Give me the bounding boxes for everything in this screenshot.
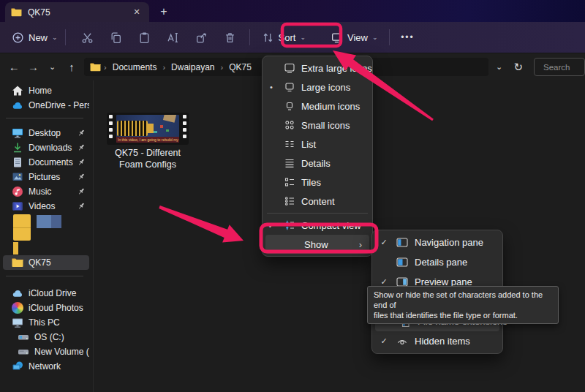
crumb-qk75[interactable]: QK75 (226, 61, 254, 74)
forward-button[interactable]: → (23, 57, 42, 78)
sidebar-item-downloads[interactable]: Downloads (3, 140, 89, 154)
sidebar-item-desktop[interactable]: Desktop (3, 126, 89, 140)
rename-button[interactable] (160, 26, 186, 49)
menu-item-show[interactable]: Show › (265, 235, 369, 254)
submenu-item-navigation-pane[interactable]: ✓ Navigation pane (372, 233, 502, 252)
paste-icon (138, 31, 151, 44)
command-toolbar: New ⌄ Sort ⌄ View ⌄ ••• (0, 22, 585, 53)
sidebar-item-icloud-drive[interactable]: iCloud Drive (3, 286, 89, 300)
chevron-down-icon: ⌄ (52, 34, 58, 41)
menu-item-medium-icons[interactable]: Medium icons (263, 97, 372, 116)
menu-item-tiles[interactable]: Tiles (263, 173, 372, 192)
icloud-drive-icon (12, 287, 23, 299)
menu-separator (267, 213, 368, 214)
search-input[interactable] (534, 58, 585, 76)
sidebar-item-documents[interactable]: Documents (3, 155, 89, 169)
video-caption: In this video, I am going to rebuild my (116, 137, 179, 143)
details-icon (284, 157, 295, 169)
menu-item-compact-view[interactable]: ✓ Compact view (263, 216, 372, 235)
desk-item (166, 129, 169, 132)
yellow-object (148, 124, 154, 133)
menu-item-content[interactable]: Content (263, 192, 372, 211)
new-button[interactable]: New ⌄ (7, 26, 62, 49)
menu-item-extra-large-icons[interactable]: Extra large icons (263, 59, 372, 78)
toolbar-divider (389, 29, 390, 45)
view-button[interactable]: View ⌄ (326, 26, 382, 49)
pin-icon[interactable] (76, 186, 86, 197)
toolbar-divider (249, 29, 250, 45)
desktop-icon (12, 127, 23, 139)
desk-item (160, 125, 163, 128)
sort-arrows-icon (262, 31, 274, 44)
network-icon (12, 361, 23, 372)
pin-icon[interactable] (76, 172, 86, 182)
sidebar-item-music[interactable]: Music (3, 184, 89, 198)
crumb-dwaipayan[interactable]: Dwaipayan (168, 61, 217, 74)
chevron-down-icon: ⌄ (300, 34, 306, 41)
explorer-tab[interactable]: QK75 ✕ (5, 2, 149, 22)
folder-sliver (13, 242, 18, 255)
pin-icon[interactable] (76, 143, 86, 153)
sidebar-divider (6, 118, 83, 118)
see-more-button[interactable]: ••• (394, 26, 420, 49)
tan-object (163, 115, 176, 123)
new-button-label: New (29, 32, 48, 43)
tooltip-line2: files that identifies the file type or f… (374, 310, 552, 320)
pin-icon[interactable] (76, 128, 86, 138)
extra-large-icons-icon (284, 62, 295, 74)
toolbar-divider (65, 29, 66, 45)
sidebar-item-new-volume[interactable]: New Volume (D:) (3, 344, 89, 358)
image-thumbnail (37, 215, 61, 228)
music-icon (12, 186, 23, 197)
tab-close-button[interactable]: ✕ (130, 6, 143, 19)
copy-icon (110, 31, 122, 44)
os-drive-icon (18, 331, 29, 343)
onedrive-cloud-icon (12, 99, 23, 111)
sidebar-item-home[interactable]: Home (3, 83, 89, 97)
view-menu: Extra large icons • Large icons Medium i… (262, 56, 373, 257)
pin-icon[interactable] (76, 201, 86, 211)
check-indicator: ✓ (375, 336, 393, 346)
menu-item-large-icons[interactable]: • Large icons (263, 78, 372, 97)
submenu-item-hidden-items[interactable]: ✓ Hidden items (372, 331, 502, 351)
sidebar-item-pictures[interactable]: Pictures (3, 170, 89, 184)
crumb-separator: › (101, 63, 110, 72)
up-button[interactable]: ↑ (62, 57, 81, 78)
check-indicator: ✓ (375, 238, 393, 247)
menu-item-small-icons[interactable]: Small icons (263, 116, 372, 135)
sidebar-item-onedrive[interactable]: OneDrive - Personal (3, 98, 89, 112)
sidebar-item-this-pc[interactable]: This PC (3, 315, 89, 329)
tiles-icon (284, 176, 295, 188)
sidebar-item-videos[interactable]: Videos (3, 199, 89, 213)
crumb-documents[interactable]: Documents (110, 61, 160, 74)
copy-button[interactable] (103, 26, 129, 49)
cut-button[interactable] (75, 26, 101, 49)
view-icon (331, 31, 343, 44)
film-strip-thumbnail: In this video, I am going to rebuild my (107, 113, 189, 145)
menu-item-details[interactable]: Details (263, 154, 372, 173)
submenu-item-details-pane[interactable]: Details pane (372, 252, 502, 272)
paste-button[interactable] (132, 26, 158, 49)
refresh-button[interactable]: ↻ (509, 57, 528, 78)
pane-divider (93, 80, 94, 392)
more-dots-icon: ••• (401, 32, 415, 42)
sidebar-item-network[interactable]: Network (3, 359, 89, 373)
back-button[interactable]: ← (4, 57, 23, 78)
pin-icon[interactable] (76, 157, 86, 167)
recent-locations-button[interactable]: ⌄ (43, 57, 62, 78)
videos-icon (12, 200, 23, 212)
sort-button[interactable]: Sort ⌄ (257, 26, 310, 49)
new-tab-button[interactable]: + (155, 3, 173, 20)
share-button[interactable] (189, 26, 215, 49)
keyboard-image (117, 121, 148, 136)
folder-icon (12, 257, 23, 268)
tab-title: QK75 (28, 7, 130, 18)
sidebar-item-os-c[interactable]: OS (C:) (3, 330, 89, 344)
submenu-arrow-icon: › (359, 239, 362, 250)
sidebar-item-icloud-photos[interactable]: iCloud Photos (3, 301, 89, 314)
menu-item-list[interactable]: List (263, 135, 372, 154)
sidebar-item-qk75[interactable]: QK75 (3, 255, 89, 270)
navigation-pane-icon (396, 237, 408, 248)
delete-button[interactable] (217, 26, 244, 49)
address-dropdown-button[interactable]: ⌄ (490, 57, 509, 78)
